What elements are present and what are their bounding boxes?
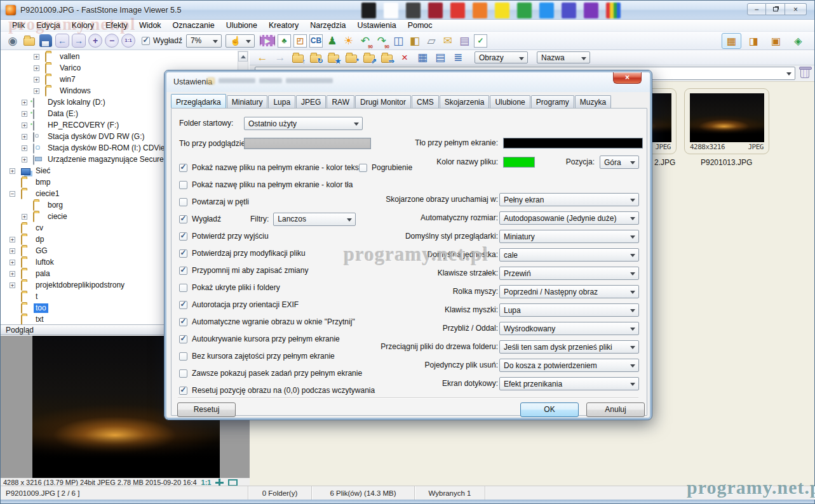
thumbnail-view-icon[interactable]: ▦ — [415, 50, 430, 65]
dialog-close-button[interactable]: × — [613, 72, 642, 84]
tab-jpeg[interactable]: JPEG — [296, 95, 326, 108]
delete-icon[interactable]: × — [397, 50, 412, 65]
smooth-checkbox[interactable] — [142, 37, 150, 45]
color-swatch-kolor-nazwy-pliku[interactable] — [503, 157, 535, 168]
browser-view-button[interactable]: ▦ — [722, 33, 741, 49]
next-image-icon[interactable]: → — [72, 34, 86, 48]
collapse-icon[interactable]: − — [10, 191, 15, 197]
expand-icon[interactable]: + — [22, 111, 27, 117]
expand-icon[interactable]: + — [34, 77, 39, 83]
tab-raw[interactable]: RAW — [327, 95, 354, 108]
trash-icon[interactable] — [800, 69, 809, 78]
detail-view-icon[interactable]: ▤ — [433, 50, 448, 65]
menu-kolory[interactable]: Kolory — [66, 20, 100, 31]
expand-icon[interactable]: + — [10, 168, 15, 174]
smooth-toggle[interactable]: Wygładź — [142, 36, 182, 45]
menu-widok[interactable]: Widok — [133, 20, 167, 31]
menu-oznaczanie[interactable]: Oznaczanie — [167, 20, 220, 31]
tab-drugi-monitor[interactable]: Drugi Monitor — [355, 95, 411, 108]
refresh-icon[interactable]: ↻ — [308, 50, 323, 65]
hand-tool-combo[interactable]: ☝ — [226, 34, 255, 48]
print-icon[interactable]: ▤ — [456, 33, 473, 48]
minimize-button[interactable]: − — [747, 3, 766, 15]
tab-lupa[interactable]: Lupa — [268, 95, 295, 108]
fullscreen-button[interactable]: ◈ — [788, 33, 808, 49]
dropdown-domyslny-styl-przegladarki[interactable]: Miniatury — [499, 230, 639, 243]
copy-move-icon[interactable]: ◧ — [407, 33, 423, 48]
thumbnail-filename[interactable]: P9201013.JPG — [701, 158, 752, 167]
expand-icon[interactable]: + — [34, 65, 39, 71]
fit-window-icon[interactable] — [228, 479, 238, 486]
tab-ulubione[interactable]: Ulubione — [490, 95, 530, 108]
color-swatch-t-o-przy-pe-nym-ekranie[interactable] — [503, 138, 643, 149]
tab-skojarzenia[interactable]: Skojarzenia — [440, 95, 490, 108]
expand-icon[interactable]: + — [22, 100, 27, 105]
expand-icon[interactable]: + — [10, 260, 15, 265]
dropdown-rolka-myszy[interactable]: Poprzedni / Następny obraz — [499, 285, 639, 298]
crop-icon[interactable]: ◰ — [293, 34, 307, 48]
full-view-button[interactable]: ▣ — [766, 33, 786, 49]
thumbnail-cell[interactable]: 4288x3216 JPEG — [684, 88, 769, 154]
ok-button[interactable]: OK — [520, 402, 579, 417]
menu-ulubione[interactable]: Ulubione — [220, 20, 263, 31]
menu-narzedzia[interactable]: Narzędzia — [304, 20, 351, 31]
acquire-photo-icon[interactable]: ◉ — [4, 33, 21, 48]
dropdown-przeciagnij-pliki-do-drzewa-folderu[interactable]: Jeśli ten sam dysk przenieś pliki — [499, 340, 639, 354]
checkbox-pokaz-nazwe-pliku-na-pe-nym-ekranie-kolor-t-a[interactable] — [179, 181, 187, 189]
expand-icon[interactable]: + — [22, 214, 27, 220]
menu-pomoc[interactable]: Pomoc — [402, 20, 438, 31]
rotate-right-icon[interactable]: ↷90 — [374, 33, 390, 48]
up-folder-icon[interactable]: ↑ — [290, 50, 306, 65]
color-balance-icon[interactable]: CB — [309, 34, 323, 48]
dropdown-klawisz-myszki[interactable]: Lupa — [499, 303, 639, 317]
external-programs-icon[interactable]: ✓ — [474, 34, 487, 48]
expand-icon[interactable]: + — [34, 54, 39, 60]
tab-cms[interactable]: CMS — [412, 95, 439, 108]
favorites-icon[interactable]: ★ — [326, 50, 341, 65]
new-folder-icon[interactable]: * — [344, 50, 359, 65]
zoom-level-combo[interactable]: 7% — [186, 34, 222, 48]
expand-icon[interactable]: + — [10, 271, 15, 277]
restore-button[interactable] — [766, 3, 785, 15]
dropdown-skojarzone-obrazy-uruchamiaj-w[interactable]: Pełny ekran — [499, 193, 639, 206]
dropdown-ekran-dotykowy[interactable]: Efekt przenikania — [499, 377, 639, 390]
dropdown-pojedynczy-plik-usun[interactable]: Do kosza z potwierdzeniem — [499, 359, 639, 372]
menu-edycja[interactable]: Edycja — [30, 20, 66, 31]
scanner-icon[interactable]: ▱ — [423, 33, 440, 48]
copy-to-folder-icon[interactable]: ⇗ — [361, 50, 377, 65]
expand-icon[interactable]: + — [34, 88, 39, 94]
tab-programy[interactable]: Programy — [531, 95, 574, 108]
dropdown-przybliz-oddal[interactable]: Wyśrodkowany — [499, 322, 639, 335]
forward-icon[interactable]: → — [273, 50, 288, 65]
zoom-in-icon[interactable]: + — [88, 34, 102, 48]
expand-icon[interactable]: + — [22, 145, 27, 151]
clone-stamp-icon[interactable]: ♟ — [324, 33, 340, 48]
reset-button[interactable]: Resetuj — [177, 402, 236, 417]
resize-image-icon[interactable]: ♣ — [278, 34, 291, 48]
expand-icon[interactable]: + — [22, 157, 27, 162]
tab-muzyka[interactable]: Muzyka — [575, 95, 611, 108]
combo-pozycja[interactable]: Góra — [600, 156, 639, 169]
slideshow-icon[interactable]: ▶ — [260, 35, 275, 46]
start-folder-combo[interactable]: Ostatnio użyty — [244, 117, 363, 130]
dropdown-klawisze-strza-ek[interactable]: Przewiń — [499, 267, 639, 280]
file-filter-combo[interactable]: Obrazy — [475, 51, 528, 63]
zoom-out-icon[interactable]: − — [105, 34, 119, 48]
dropdown-automatyczny-rozmiar[interactable]: Autodopasowanie (Jedynie duże) — [499, 211, 639, 225]
move-to-folder-icon[interactable]: ⇒ — [379, 50, 394, 65]
dropdown-domyslna-jednostka[interactable]: cale — [499, 248, 639, 262]
scroll-up-icon[interactable] — [238, 51, 248, 62]
sort-order-combo[interactable]: Nazwa — [537, 51, 590, 63]
save-icon[interactable] — [39, 34, 52, 47]
expand-icon[interactable]: + — [22, 134, 27, 140]
email-icon[interactable]: ✉ — [440, 33, 456, 48]
menu-efekty[interactable]: Efekty — [100, 20, 133, 31]
expand-icon[interactable]: + — [10, 282, 15, 288]
tab-przegladarka[interactable]: Przeglądarka — [171, 94, 226, 108]
expand-icon[interactable]: + — [10, 237, 15, 242]
menu-kreatory[interactable]: Kreatory — [263, 20, 304, 31]
open-folder-icon[interactable] — [21, 33, 37, 48]
compare-images-icon[interactable]: ◫ — [390, 33, 407, 48]
thumbnail-filename[interactable]: 2.JPG — [654, 158, 675, 167]
tree-item-vallen[interactable]: +vallen — [1, 51, 250, 63]
